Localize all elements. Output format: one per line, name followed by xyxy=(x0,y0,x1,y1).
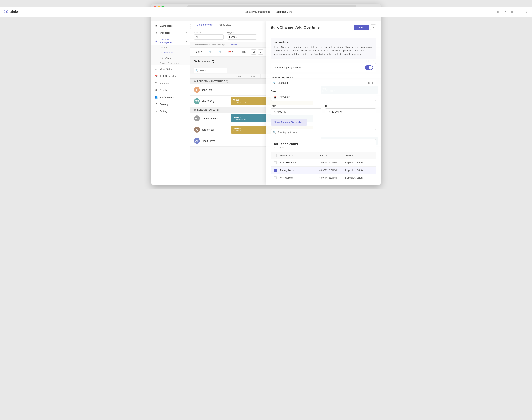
capacity-submenu: Views ▼ Calendar View Points View Capaci… xyxy=(151,45,190,65)
sidebar-label-catalog: Catalog xyxy=(160,103,187,105)
breadcrumb-parent[interactable]: Capacity Management xyxy=(244,10,271,13)
capacity-request-id-field: Capacity Request ID 🔍 ✕ ▼ xyxy=(271,76,376,86)
view-mode-button[interactable]: Day ▼ xyxy=(194,49,205,54)
link-capacity-toggle[interactable] xyxy=(365,65,373,70)
bulk-change-panel: Bulk Change: Add Overtime Save × Instruc… xyxy=(266,21,381,185)
sidebar-item-capacity[interactable]: ◆ CapacityManagement ▲ xyxy=(151,36,190,45)
task-type-select[interactable]: All xyxy=(194,34,224,40)
technicians-section-header: All Technicians 12 Records xyxy=(271,139,376,152)
sidebar-item-inventory[interactable]: ▢ Inventory ▼ xyxy=(151,79,190,87)
search-icon: 🔍 xyxy=(273,82,276,85)
avatar: RS xyxy=(194,115,200,121)
sidebar-item-task-scheduling[interactable]: 📅 Task Scheduling ▼ xyxy=(151,73,190,79)
sidebar-subitem-calendar-view[interactable]: Calendar View xyxy=(151,50,190,56)
toggle-thumb xyxy=(369,66,373,70)
to-time-wrapper: ◴ xyxy=(325,108,376,115)
to-time-input[interactable] xyxy=(332,110,374,113)
date-field: Date 📅 xyxy=(271,90,376,101)
tech-col-header xyxy=(190,75,231,78)
panel-header: Bulk Change: Add Overtime Save × xyxy=(266,21,381,34)
tab-points-view[interactable]: Points View xyxy=(216,21,234,29)
task-scheduling-chevron: ▼ xyxy=(185,75,187,77)
row-checkbox[interactable] xyxy=(274,161,277,164)
technicians-table: Technician ▼ Shift ▼ Skills ▼ xyxy=(271,152,376,181)
panel-title: Bulk Change: Add Overtime xyxy=(271,25,320,30)
workforce-chevron: ▼ xyxy=(185,32,187,34)
search-icon: 🔍 xyxy=(195,69,198,72)
refresh-button[interactable]: ↻ Refresh xyxy=(227,44,237,46)
date-picker-button[interactable]: 📅 ▼ xyxy=(226,49,236,54)
sidebar-subitem-points-view[interactable]: Points View xyxy=(151,56,190,61)
region-filter: Region London xyxy=(227,31,257,40)
date-input[interactable] xyxy=(278,96,373,99)
technicians-section-subtitle: 12 Records xyxy=(274,146,373,149)
row-checkbox-col: ✓ xyxy=(274,169,280,172)
breadcrumb: Capacity Management / Calendar View xyxy=(151,10,381,13)
technician-shift-cell: 8:00AM - 6:00PM xyxy=(319,161,345,164)
column-technician: Technician ▼ xyxy=(280,154,319,157)
technician-name: Albert Flores xyxy=(202,140,216,142)
show-relevant-technicians-button[interactable]: Show Relevant Technicians xyxy=(271,119,307,125)
instructions-text: To add Overtime in bulk first, select a … xyxy=(274,45,373,56)
zoom-out-button[interactable]: 🔍- xyxy=(217,49,224,54)
column-skills: Skills ▼ xyxy=(345,154,373,157)
sidebar: ■ Dashboards ☺ Workforce ▼ ◆ CapacityMan… xyxy=(151,21,190,185)
sidebar-item-settings[interactable]: ⛭ Settings ▼ xyxy=(151,108,190,115)
sidebar-item-my-customers[interactable]: 👥 My Customers ▼ xyxy=(151,93,190,101)
inventory-chevron: ▼ xyxy=(185,82,187,84)
technician-skills-cell: Inspection, Safety xyxy=(345,177,373,179)
clock-icon: ◴ xyxy=(273,110,276,113)
group-dot xyxy=(194,80,196,82)
technician-name: Max McCoy xyxy=(202,100,215,103)
tab-calendar-view[interactable]: Calendar View xyxy=(194,21,216,29)
row-checkbox-col xyxy=(274,161,280,164)
technician-info: MM Max McCoy xyxy=(190,97,231,105)
avatar: JB xyxy=(194,127,200,133)
view-mode-label: Day xyxy=(196,51,200,53)
sidebar-item-assets[interactable]: ⚙ Assets xyxy=(151,87,190,93)
technician-info: JB Jerome Bell xyxy=(190,125,231,134)
sort-icon[interactable]: ▼ xyxy=(292,154,294,157)
sidebar-label-task-scheduling: Task Scheduling xyxy=(160,75,183,77)
today-button[interactable]: Today xyxy=(238,49,249,54)
group-name-build: LONDON - BUILD (2) xyxy=(197,108,218,111)
technician-name-cell: Jeremy Black xyxy=(280,169,319,172)
my-customers-chevron: ▼ xyxy=(185,96,187,98)
technician-shift-cell: 8:00AM - 6:00PM xyxy=(319,169,345,172)
zoom-in-button[interactable]: 🔍+ xyxy=(207,49,215,54)
sidebar-item-work-orders[interactable]: ✏ Work Orders xyxy=(151,65,190,73)
from-label: From xyxy=(271,105,322,107)
main-content: ◁ Calendar View Points View Task Type Al… xyxy=(190,21,381,185)
sidebar-item-workforce[interactable]: ☺ Workforce ▼ xyxy=(151,29,190,36)
table-row: ✓ Jeremy Black 8:00AM - 6:00PM Inspectio… xyxy=(271,166,376,174)
technician-shift-cell: 8:00AM - 6:00PM xyxy=(319,177,345,179)
from-time-wrapper: ◴ xyxy=(271,108,322,115)
clear-icon[interactable]: ✕ xyxy=(368,82,370,85)
from-time-input[interactable] xyxy=(277,110,319,113)
close-button[interactable]: × xyxy=(370,24,376,30)
breadcrumb-separator: / xyxy=(273,10,273,13)
sidebar-item-dashboards[interactable]: ■ Dashboards xyxy=(151,22,190,29)
next-button[interactable]: ▶ xyxy=(258,49,263,55)
technician-name: John Fox xyxy=(202,89,212,91)
select-all-checkbox[interactable] xyxy=(274,154,277,157)
technician-search-input[interactable] xyxy=(277,131,374,134)
row-checkbox[interactable]: ✓ xyxy=(274,169,277,172)
sidebar-label-work-orders: Work Orders xyxy=(160,68,187,70)
sort-icon[interactable]: ▼ xyxy=(352,154,354,157)
task-type-label: Task Type xyxy=(194,31,224,34)
save-button[interactable]: Save xyxy=(354,25,369,30)
refresh-icon: ↻ xyxy=(227,44,229,46)
row-checkbox[interactable] xyxy=(274,176,277,179)
all-technicians-section: All Technicians 12 Records Technician xyxy=(271,139,376,181)
task-type-filter: Task Type All xyxy=(194,31,224,40)
sort-icon[interactable]: ▼ xyxy=(325,154,327,157)
search-input[interactable] xyxy=(194,68,227,73)
link-capacity-toggle-row: Link to a capacity request xyxy=(271,63,376,72)
region-select[interactable]: London xyxy=(227,34,257,40)
prev-button[interactable]: ◀ xyxy=(251,49,256,55)
technician-count-title: Technicians (15) xyxy=(194,60,214,63)
capacity-request-input[interactable] xyxy=(278,82,366,84)
panel-actions: Save × xyxy=(354,24,376,30)
sidebar-item-catalog[interactable]: ☍ Catalog xyxy=(151,101,190,108)
